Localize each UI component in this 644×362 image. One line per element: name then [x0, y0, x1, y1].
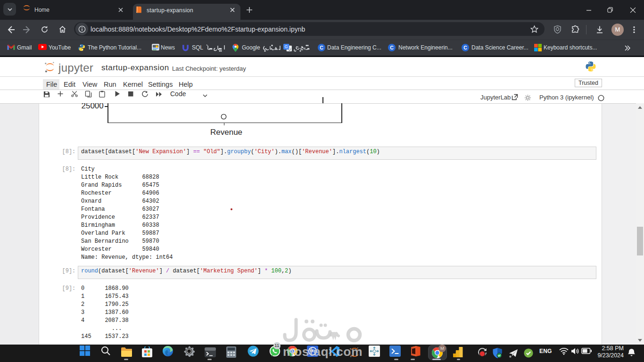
svg-text:C: C	[320, 45, 323, 50]
svg-text:G: G	[285, 44, 288, 49]
svg-text:C: C	[463, 45, 467, 50]
svg-text:C: C	[390, 45, 394, 50]
svg-text:mostaql.com: mostaql.com	[283, 345, 363, 359]
